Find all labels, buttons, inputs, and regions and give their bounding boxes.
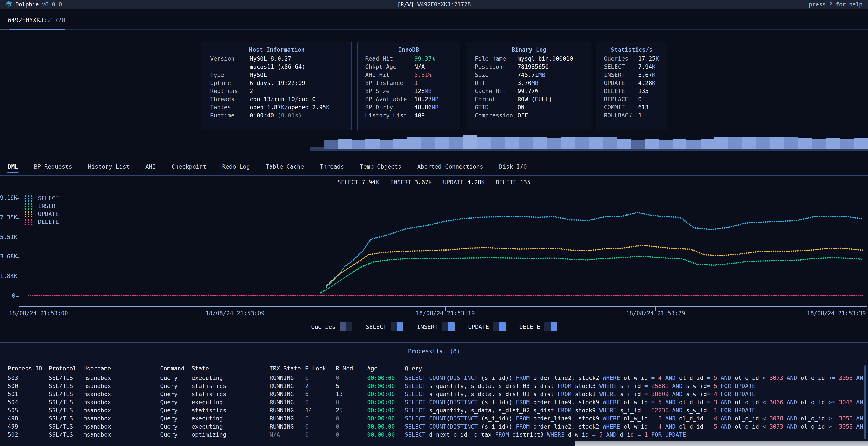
processlist-row: 500SSL/TLSmsandboxQuerystatisticsRUNNING… [0, 382, 868, 390]
panel-row-value: 135 [638, 87, 649, 95]
panel-row-label: UPDATE [604, 79, 638, 87]
toggle-switch[interactable] [340, 322, 352, 331]
panel-row-label: Replicas [210, 87, 250, 95]
sparkline-bar [533, 137, 547, 149]
sparkline-bar [631, 140, 645, 149]
panel-row-value: OFF [518, 111, 528, 119]
panel-row-value: 1 [638, 111, 642, 119]
y-tick-label: 7.35K [0, 214, 16, 221]
cell-query: SELECT COUNT(DISTINCT (s_i_id)) FROM ord… [405, 422, 863, 431]
graph-summary-update: UPDATE 4.28K [443, 179, 485, 185]
help-key[interactable]: ? [829, 1, 832, 8]
metric-tab-bar: DMLBP RequestsHistory ListAHICheckpointR… [0, 162, 868, 171]
legend-toggle-delete[interactable]: DELETE [519, 322, 557, 331]
y-tick-label: 1.84K [0, 273, 16, 279]
panel-row: DELETE135 [596, 87, 667, 95]
cell-username: msandbox [83, 406, 111, 414]
cell-state: executing [192, 374, 223, 382]
metric-tab-aborted-connections[interactable]: Aborted Connections [417, 163, 483, 170]
cell-command: Query [160, 398, 178, 406]
toggle-switch[interactable] [545, 322, 557, 331]
sparkline-bar [338, 139, 351, 149]
metric-tab-threads[interactable]: Threads [320, 163, 344, 170]
cell-r-lock: 6 [305, 390, 309, 398]
help-hint: press ? for help [809, 1, 863, 8]
panel-row-label: COMMIT [604, 103, 638, 111]
cell-trx-state: RUNNING [270, 382, 294, 390]
panel-row: SELECT7.94K [596, 63, 667, 71]
panel-row-value: 1 [414, 79, 418, 87]
cell-state: statistics [192, 406, 226, 414]
panel-title: Binary Log [467, 46, 591, 54]
metric-tab-disk-i-o[interactable]: Disk I/O [499, 163, 527, 170]
cell-process-id: 501 [8, 390, 18, 398]
panel-row: FormatROW (FULL) [467, 95, 591, 103]
metric-tab-history-list[interactable]: History List [88, 163, 130, 170]
cell-r-mod: 0 [336, 398, 339, 406]
panel-row: Uptime6 days, 19:22:09 [203, 79, 351, 87]
metric-tab-ahi[interactable]: AHI [146, 163, 156, 170]
graph-summary-delete: DELETE 135 [496, 179, 531, 185]
cell-state: statistics [192, 390, 226, 398]
panel-row-label: BP Dirty [365, 103, 414, 111]
host-tab-name: W492F0YXKJ [8, 16, 44, 24]
cell-age: 00:00:00 [367, 398, 395, 406]
metric-tab-checkpoint[interactable]: Checkpoint [172, 163, 206, 170]
y-tick-mark [16, 296, 19, 297]
panel-row-value: 3.70MB [518, 79, 538, 87]
toggle-label: Queries [311, 323, 336, 330]
host-tab-port: :21728 [44, 16, 65, 24]
legend-toggle-insert[interactable]: INSERT [417, 322, 455, 331]
legend-item-delete: DELETE [24, 218, 59, 226]
y-tick-mark [16, 257, 19, 258]
panel-row: Threadscon 13/run 10/cac 0 [203, 95, 351, 103]
panel-row: BP Dirty48.86MB [358, 103, 460, 111]
processlist-row: 499SSL/TLSmsandboxQueryexecutingRUNNING0… [0, 422, 868, 431]
toggle-switch[interactable] [442, 322, 455, 331]
cell-username: msandbox [83, 374, 111, 382]
panel-row-value: 48.86MB [414, 103, 439, 111]
panel-row: Replicas2 [203, 87, 351, 95]
app-identity: 🐬 Dolphie v6.0.0 [5, 1, 62, 8]
panel-binary-log: Binary LogFile namemysql-bin.000010Posit… [467, 42, 591, 130]
background-dock-strip [575, 441, 868, 446]
sparkline-bar [379, 140, 394, 149]
x-tick-label: 18/08/24 21:53:00 [9, 310, 68, 316]
tabline-cap [0, 29, 8, 30]
legend-toggle-select[interactable]: SELECT [366, 322, 403, 331]
app-version: v6.0.0 [42, 1, 62, 8]
sparkline-bar [742, 137, 756, 149]
legend-toggle-queries[interactable]: Queries [311, 322, 352, 331]
panel-row-value: MySQL [250, 71, 267, 79]
sparkline-baseline [310, 149, 868, 151]
sparkline-bar [463, 135, 477, 149]
legend-toggle-update[interactable]: UPDATE [468, 322, 506, 331]
processlist-row: 501SSL/TLSmsandboxQuerystatisticsRUNNING… [0, 390, 868, 398]
cell-r-mod: 0 [336, 414, 339, 422]
toggle-switch[interactable] [391, 322, 403, 331]
sparkline-bar [812, 139, 826, 149]
processlist-header-row: Process IDProtocolUsernameCommandStateTR… [0, 365, 868, 373]
panel-row-value: 128MB [414, 87, 432, 95]
toggle-switch[interactable] [493, 322, 505, 331]
panel-row-value: 99.77% [518, 87, 538, 95]
panel-row-value: 99.37% [414, 55, 435, 63]
cell-trx-state: N/A [270, 431, 280, 439]
metric-tab-temp-objects[interactable]: Temp Objects [360, 163, 402, 170]
metric-tab-table-cache[interactable]: Table Cache [266, 163, 304, 170]
metric-tab-dml[interactable]: DML [8, 163, 18, 170]
sparkline-bar [351, 140, 366, 149]
y-tick-mark [16, 218, 19, 218]
processlist-scrollbar[interactable] [864, 365, 866, 439]
cell-protocol: SSL/TLS [49, 414, 73, 422]
processlist-row: 503SSL/TLSmsandboxQueryexecutingRUNNING0… [0, 374, 868, 382]
column-header-r-mod: R-Mod [336, 365, 353, 373]
metric-tab-redo-log[interactable]: Redo Log [222, 163, 250, 170]
host-tab[interactable]: W492F0YXKJ:21728 [8, 16, 65, 24]
sparkline-bar [366, 139, 379, 149]
cell-trx-state: RUNNING [270, 422, 294, 431]
cell-protocol: SSL/TLS [49, 406, 73, 414]
metric-tab-bp-requests[interactable]: BP Requests [34, 163, 72, 170]
panel-row-label: Queries [604, 55, 638, 63]
panel-row: TypeMySQL [203, 71, 351, 79]
